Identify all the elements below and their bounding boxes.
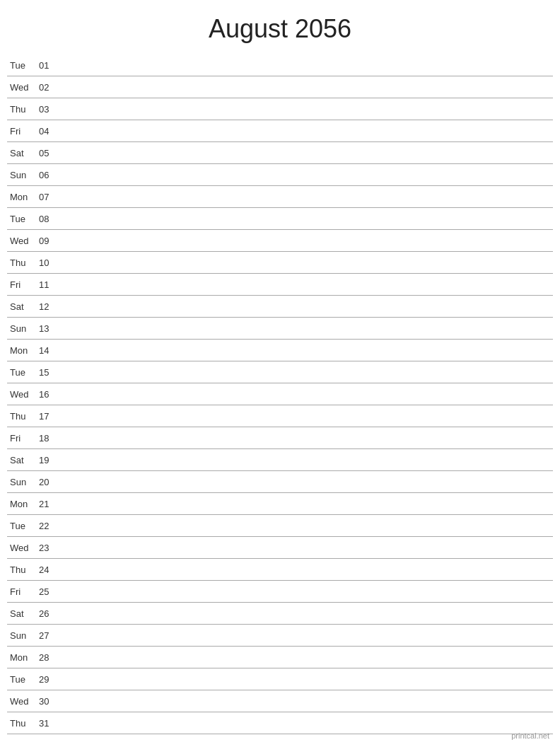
day-line [60,262,553,263]
day-number: 14 [39,345,60,356]
page-title: August 2056 [0,0,560,54]
day-line [60,394,553,395]
calendar-row: Wed09 [7,230,553,252]
day-number: 12 [39,301,60,312]
day-line [60,482,553,482]
calendar-row: Thu31 [7,712,553,734]
day-number: 20 [39,477,60,487]
calendar-row: Fri18 [7,427,553,449]
footer-text: printcal.net [511,731,549,740]
calendar-row: Wed30 [7,690,553,712]
day-line [60,328,553,329]
day-number: 24 [39,564,60,575]
day-line [60,175,553,175]
day-number: 26 [39,608,60,619]
calendar-row: Tue01 [7,54,553,76]
day-line [60,723,553,724]
day-line [60,372,553,373]
day-number: 16 [39,389,60,400]
day-name: Tue [7,60,39,71]
day-number: 28 [39,652,60,663]
day-name: Tue [7,521,39,531]
day-line [60,65,553,66]
day-line [60,306,553,307]
calendar-row: Tue29 [7,668,553,690]
day-name: Mon [7,345,39,356]
calendar-row: Mon28 [7,647,553,668]
day-name: Fri [7,433,39,444]
day-name: Thu [7,411,39,422]
day-line [60,241,553,241]
calendar-row: Tue08 [7,208,553,230]
calendar-row: Thu24 [7,559,553,581]
day-number: 29 [39,674,60,685]
day-number: 17 [39,411,60,422]
day-number: 15 [39,367,60,378]
day-line [60,109,553,110]
day-name: Tue [7,674,39,685]
day-line [60,635,553,636]
calendar-row: Fri04 [7,120,553,142]
calendar-row: Wed23 [7,537,553,559]
calendar-row: Thu03 [7,98,553,120]
day-name: Thu [7,718,39,729]
calendar-row: Fri25 [7,581,553,603]
calendar-row: Tue15 [7,361,553,383]
calendar-row: Thu17 [7,405,553,427]
day-number: 23 [39,543,60,553]
day-number: 13 [39,323,60,334]
day-name: Wed [7,696,39,707]
day-name: Thu [7,104,39,115]
day-line [60,460,553,461]
calendar-row: Mon07 [7,186,553,208]
day-name: Sun [7,170,39,180]
calendar-row: Thu10 [7,252,553,274]
day-name: Sun [7,477,39,487]
day-number: 06 [39,170,60,180]
day-name: Tue [7,214,39,224]
day-line [60,526,553,526]
day-name: Wed [7,82,39,93]
calendar-row: Wed16 [7,383,553,405]
day-number: 10 [39,257,60,268]
calendar-row: Sat12 [7,296,553,318]
day-number: 31 [39,718,60,729]
day-name: Fri [7,586,39,597]
calendar-row: Sun27 [7,625,553,647]
day-name: Wed [7,236,39,246]
calendar-row: Mon14 [7,340,553,361]
day-line [60,284,553,285]
day-number: 25 [39,586,60,597]
day-number: 30 [39,696,60,707]
day-name: Mon [7,192,39,202]
day-line [60,569,553,570]
day-number: 01 [39,60,60,71]
day-line [60,504,553,504]
calendar-row: Sun20 [7,471,553,493]
day-number: 11 [39,279,60,290]
calendar-row: Mon21 [7,493,553,515]
day-name: Sun [7,630,39,641]
day-name: Thu [7,257,39,268]
day-number: 02 [39,82,60,93]
day-number: 08 [39,214,60,224]
day-name: Wed [7,543,39,553]
day-number: 19 [39,455,60,465]
day-name: Wed [7,389,39,400]
day-line [60,87,553,88]
day-line [60,219,553,219]
day-name: Tue [7,367,39,378]
calendar-row: Sat05 [7,142,553,164]
day-name: Fri [7,279,39,290]
day-line [60,153,553,154]
day-number: 21 [39,499,60,509]
day-number: 22 [39,521,60,531]
day-name: Sat [7,148,39,158]
day-number: 03 [39,104,60,115]
day-name: Sat [7,301,39,312]
day-name: Sat [7,455,39,465]
day-line [60,679,553,680]
day-number: 07 [39,192,60,202]
calendar-row: Sat26 [7,603,553,625]
day-line [60,591,553,592]
